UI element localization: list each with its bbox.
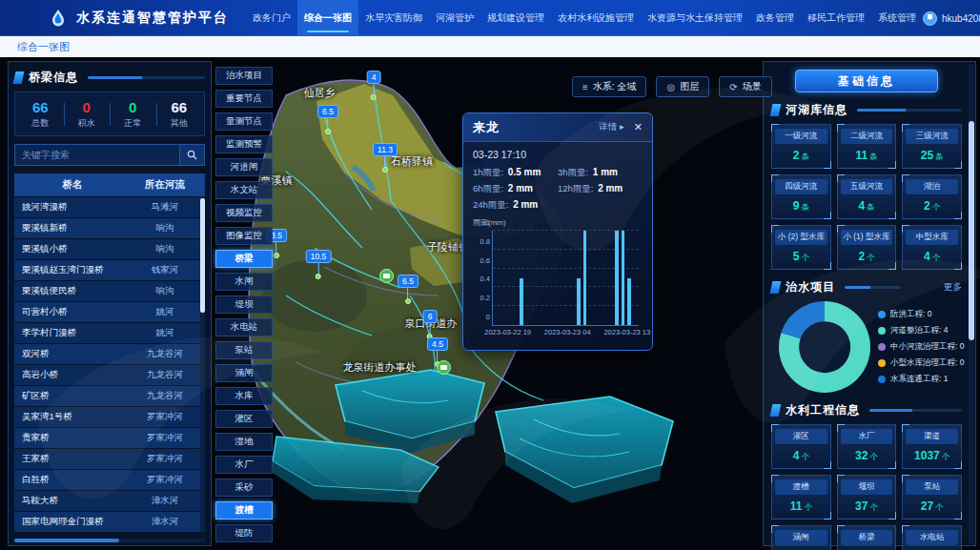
table-row[interactable]: 白胜桥罗家冲河 <box>14 470 205 490</box>
camera-icon[interactable] <box>437 360 451 375</box>
layer-item-视频监控[interactable]: 视频监控 <box>215 204 273 222</box>
marker-stem-icon <box>407 288 408 298</box>
right-scrollbar[interactable] <box>969 64 974 543</box>
nav-item-1[interactable]: 综合一张图 <box>297 0 358 36</box>
breadcrumb[interactable]: 综合一张图 <box>17 40 70 54</box>
info-card-一级河流[interactable]: 一级河流2条 <box>771 124 831 169</box>
map-control-场景[interactable]: ⟳场景 <box>719 76 771 97</box>
layer-item-水库[interactable]: 水库 <box>215 387 273 405</box>
nav-item-0[interactable]: 政务门户 <box>246 0 297 36</box>
nav-item-8[interactable]: 移民工作管理 <box>801 0 871 36</box>
layer-item-水闸[interactable]: 水闸 <box>215 273 273 291</box>
station-marker[interactable]: 6 <box>423 310 438 339</box>
table-row[interactable]: 马鞍大桥漳水河 <box>14 491 205 511</box>
nav-item-5[interactable]: 农村水利设施管理 <box>551 0 641 36</box>
popup-detail-link[interactable]: 详情 ▸ <box>599 121 623 133</box>
table-row[interactable]: 栗溪镇赵玉湾门漫桥钱家河 <box>14 260 205 280</box>
layer-item-重要节点[interactable]: 重要节点 <box>215 90 273 108</box>
map-control-水系: 全域[interactable]: ≡水系: 全域 <box>572 76 646 97</box>
marker-dot-icon <box>405 298 411 304</box>
table-row[interactable]: 双河桥九龙谷河 <box>14 344 205 364</box>
search-input[interactable] <box>14 144 180 166</box>
info-card-四级河流[interactable]: 四级河流9条 <box>771 174 831 219</box>
layer-item-灌区[interactable]: 灌区 <box>215 410 273 428</box>
info-card-湖泊[interactable]: 湖泊2个 <box>902 174 962 219</box>
river-name-cell: 姚河 <box>131 302 199 322</box>
nav-item-9[interactable]: 系统管理 <box>871 0 923 36</box>
table-row[interactable]: 栗溪镇新桥响沟 <box>14 218 205 238</box>
nav-item-4[interactable]: 规划建设管理 <box>480 0 551 36</box>
horizontal-scrollbar[interactable] <box>14 539 205 542</box>
info-card-涵闸[interactable]: 涵闸47个 <box>771 525 831 550</box>
table-row[interactable]: 姚河湾漫桥马滩河 <box>14 197 205 217</box>
table-row[interactable]: 王家桥罗家冲河 <box>14 449 205 469</box>
station-marker[interactable]: 6.5 <box>398 275 419 304</box>
info-card-水电站[interactable]: 水电站3个 <box>902 525 962 550</box>
layer-item-堤坝[interactable]: 堤坝 <box>215 295 273 314</box>
camera-icon[interactable] <box>379 269 394 283</box>
table-row[interactable]: 栗溪镇小桥响沟 <box>14 239 205 259</box>
layer-item-堤防[interactable]: 堤防 <box>215 524 273 542</box>
station-marker[interactable]: 6.5 <box>317 105 338 134</box>
info-card-桥梁[interactable]: 桥梁66个 <box>837 525 897 550</box>
search-button[interactable] <box>180 144 205 166</box>
info-card-渡槽[interactable]: 渡槽11个 <box>771 475 831 519</box>
table-row[interactable]: 栗溪镇便民桥响沟 <box>14 281 205 301</box>
table-row[interactable]: 吴家湾1号桥罗家冲河 <box>14 407 205 427</box>
info-card-灌区[interactable]: 灌区4个 <box>771 424 831 469</box>
layer-item-治水项目[interactable]: 治水项目 <box>215 67 273 85</box>
nav-item-6[interactable]: 水资源与水土保持管理 <box>641 0 749 36</box>
info-card-泵站[interactable]: 泵站27个 <box>902 475 962 519</box>
info-card-堰坝[interactable]: 堰坝37个 <box>837 475 897 519</box>
info-card-水厂[interactable]: 水厂32个 <box>837 424 897 469</box>
scroll-thumb[interactable] <box>200 198 205 313</box>
nav-item-7[interactable]: 政务管理 <box>749 0 801 36</box>
table-row[interactable]: 矿区桥九龙谷河 <box>14 386 205 406</box>
info-card-中型水库[interactable]: 中型水库4个 <box>902 225 962 270</box>
vertical-scrollbar[interactable] <box>200 196 205 532</box>
project-info-cards: 灌区4个水厂32个渠道1037个渡槽11个堰坝37个泵站27个涵闸47个桥梁66… <box>771 424 962 550</box>
layer-item-涵闸[interactable]: 涵闸 <box>215 364 273 382</box>
table-row[interactable]: 司营村小桥姚河 <box>14 302 205 322</box>
more-link[interactable]: 更多 <box>944 281 962 294</box>
station-marker[interactable]: 11.3 <box>373 143 398 173</box>
close-icon[interactable]: ✕ <box>634 121 643 133</box>
info-card-二级河流[interactable]: 二级河流11条 <box>837 124 897 169</box>
layer-item-水电站[interactable]: 水电站 <box>215 318 273 336</box>
info-card-渠道[interactable]: 渠道1037个 <box>902 424 962 469</box>
layer-item-河道闸[interactable]: 河道闸 <box>215 158 273 176</box>
layer-item-水厂[interactable]: 水厂 <box>215 456 273 474</box>
station-marker[interactable]: 4 <box>367 71 381 100</box>
layer-item-湿地[interactable]: 湿地 <box>215 433 273 451</box>
layer-item-泵站[interactable]: 泵站 <box>215 341 273 359</box>
basic-info-button[interactable]: 基础信息 <box>795 70 938 92</box>
table-row[interactable]: 国家电网理金门漫桥漳水河 <box>14 512 205 532</box>
layer-item-监测预警[interactable]: 监测预警 <box>215 135 273 153</box>
card-value: 4个 <box>906 250 958 264</box>
table-row[interactable]: 李学村门漫桥姚河 <box>14 323 205 343</box>
layer-item-图像监控[interactable]: 图像监控 <box>215 227 273 245</box>
user-menu[interactable]: hkub42080201 ▼ <box>923 11 980 26</box>
card-unit: 条 <box>801 202 809 212</box>
nav-item-3[interactable]: 河湖管护 <box>429 0 480 36</box>
nav-item-2[interactable]: 水旱灾害防御 <box>358 0 429 36</box>
layer-item-采砂[interactable]: 采砂 <box>215 479 273 497</box>
info-card-小 (2) 型水库[interactable]: 小 (2) 型水库5个 <box>771 225 831 270</box>
bar-slot <box>576 231 582 325</box>
table-row[interactable]: 贵家桥罗家冲河 <box>14 428 205 448</box>
bar-slot <box>620 231 626 325</box>
x-tick-label: 2023-03-23 13 <box>603 328 650 336</box>
table-row[interactable]: 高岩小桥九龙谷河 <box>14 365 205 385</box>
map-control-图层[interactable]: ◎图层 <box>656 76 709 97</box>
info-card-小 (1) 型水库[interactable]: 小 (1) 型水库2个 <box>837 225 897 270</box>
layer-item-桥梁[interactable]: 桥梁 <box>215 250 273 268</box>
popup-body: 03-23 17:10 1h雨量: 0.5 mm3h雨量: 1 mm6h雨量: … <box>463 142 652 350</box>
layer-item-水文站[interactable]: 水文站 <box>215 181 273 199</box>
info-card-三级河流[interactable]: 三级河流25条 <box>902 124 962 169</box>
section-title: 桥梁信息 <box>29 70 78 86</box>
station-marker[interactable]: 10.5 <box>306 250 332 279</box>
layer-item-渡槽[interactable]: 渡槽 <box>215 501 273 519</box>
layer-item-量测节点[interactable]: 量测节点 <box>215 112 273 131</box>
info-card-五级河流[interactable]: 五级河流4条 <box>837 174 897 219</box>
bar-slot <box>613 231 620 325</box>
